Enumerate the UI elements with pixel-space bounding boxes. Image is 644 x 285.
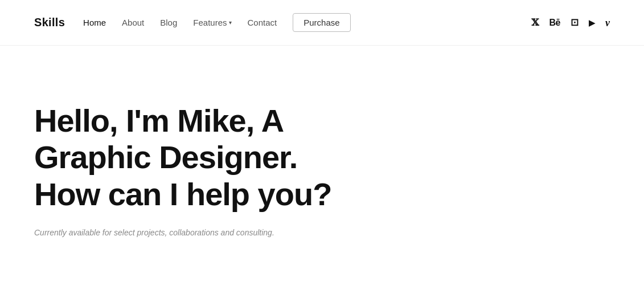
main-content: Hello, I'm Mike, A Graphic Designer. How… [0,46,644,274]
hero-subtitle: Currently available for select projects,… [34,226,296,239]
main-nav: Home About Blog Features ▾ Contact Purch… [83,13,351,32]
twitter-icon[interactable]: 𝕏 [531,18,539,27]
header-left: Skills Home About Blog Features ▾ Contac… [34,13,351,32]
social-icons-group: 𝕏 Bē ⊡ ▶ v [531,18,610,28]
nav-item-home[interactable]: Home [83,18,106,27]
nav-item-contact[interactable]: Contact [248,18,277,27]
site-header: Skills Home About Blog Features ▾ Contac… [0,0,644,46]
purchase-button[interactable]: Purchase [293,13,350,32]
chevron-down-icon: ▾ [229,19,232,26]
nav-item-about[interactable]: About [122,18,144,27]
site-logo[interactable]: Skills [34,16,65,29]
nav-item-features[interactable]: Features ▾ [193,18,231,27]
vimeo-icon[interactable]: v [605,18,610,28]
instagram-icon[interactable]: ⊡ [571,18,579,27]
behance-icon[interactable]: Bē [549,18,560,27]
nav-item-blog[interactable]: Blog [160,18,177,27]
youtube-icon[interactable]: ▶ [589,19,595,27]
hero-title: Hello, I'm Mike, A Graphic Designer. How… [34,103,353,213]
